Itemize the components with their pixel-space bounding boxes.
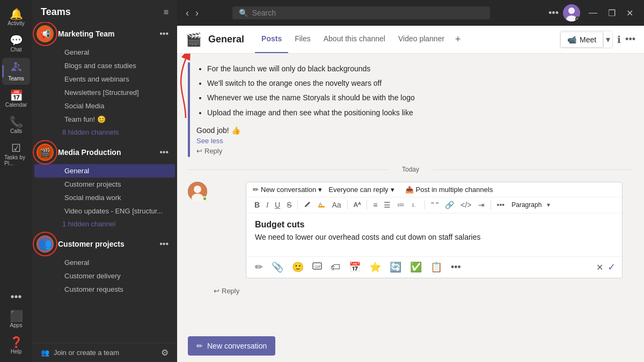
- sidebar-footer: 👥 Join or create a team ⚙: [32, 343, 177, 362]
- channel-social-media-work[interactable]: Social media work: [34, 191, 175, 204]
- channel-newsletters[interactable]: Newsletters [Structured]: [34, 86, 175, 99]
- nav-item-apps[interactable]: ⬛ Apps: [2, 307, 30, 331]
- close-button[interactable]: ✕: [622, 6, 638, 20]
- tab-video-planner[interactable]: Video planner: [392, 27, 451, 53]
- channel-customer-general[interactable]: General: [34, 256, 175, 269]
- add-tab-icon[interactable]: +: [451, 26, 465, 53]
- strikethrough-button[interactable]: S: [285, 200, 293, 210]
- forms-btn[interactable]: 📋: [428, 260, 444, 274]
- color-btn[interactable]: A: [316, 200, 327, 211]
- font-color-btn[interactable]: Aᴬ: [352, 200, 363, 210]
- see-less-link[interactable]: See less: [196, 137, 415, 145]
- channel-events[interactable]: Events and webinars: [34, 72, 175, 86]
- attach-btn[interactable]: 📎: [269, 260, 286, 274]
- underline-button[interactable]: U: [273, 200, 282, 210]
- code-btn[interactable]: </>: [459, 200, 473, 210]
- nav-item-tasks[interactable]: ☑ Tasks by Pl...: [2, 139, 30, 169]
- back-arrow[interactable]: ‹: [184, 5, 191, 21]
- italic-button[interactable]: I: [265, 200, 270, 210]
- topbar-more-icon[interactable]: •••: [548, 8, 559, 19]
- tab-posts[interactable]: Posts: [255, 27, 288, 53]
- channel-customer-requests[interactable]: Customer requests: [34, 283, 175, 296]
- team-header-marketing[interactable]: 📢 Marketing Team •••: [32, 22, 177, 46]
- nav-label-calendar: Calendar: [5, 102, 27, 108]
- chat-area: For the launch we will only do black bac…: [177, 54, 644, 362]
- team-more-media[interactable]: •••: [159, 147, 169, 157]
- media-hidden-channels[interactable]: 1 hidden channel: [32, 218, 177, 230]
- team-more-customer[interactable]: •••: [159, 239, 169, 249]
- join-team-button[interactable]: 👥 Join or create a team: [41, 349, 119, 357]
- sidebar-filter-icon[interactable]: ≡: [164, 8, 169, 17]
- gif-btn[interactable]: GIF: [310, 260, 324, 275]
- reply-link-new[interactable]: ↩ Reply: [214, 285, 633, 297]
- meet-button[interactable]: 📹 Meet: [560, 32, 603, 48]
- nav-item-chat[interactable]: 💬 Chat: [2, 32, 30, 56]
- maximize-button[interactable]: ❒: [604, 6, 620, 20]
- meet-dropdown[interactable]: ▾: [603, 31, 612, 48]
- compose-cancel-button[interactable]: ✕: [596, 262, 603, 272]
- compose-body[interactable]: Budget cuts We need to lower our overhea…: [246, 213, 622, 256]
- search-input[interactable]: [252, 9, 484, 17]
- nav-item-more[interactable]: •••: [2, 288, 30, 305]
- nav-item-teams[interactable]: Teams: [2, 58, 30, 85]
- numbered-list-btn[interactable]: ≔: [396, 200, 406, 210]
- forward-arrow[interactable]: ›: [193, 5, 201, 21]
- ordered-list-btn[interactable]: 1.: [409, 200, 420, 211]
- channel-customer-delivery[interactable]: Customer delivery: [34, 269, 175, 283]
- loop-btn[interactable]: 🔄: [387, 260, 404, 274]
- meet-compose-btn[interactable]: 📅: [347, 260, 363, 274]
- channel-team-fun[interactable]: Team fun! 😊: [34, 113, 175, 126]
- font-size-btn[interactable]: Aa: [330, 200, 342, 210]
- indent-btn[interactable]: ⇥: [477, 200, 486, 210]
- channel-video-updates[interactable]: Video updates - ENG [structur...: [34, 204, 175, 218]
- highlight-btn[interactable]: [302, 200, 313, 211]
- nav-item-calendar[interactable]: 📅 Calendar: [2, 87, 30, 111]
- quote-btn[interactable]: " ": [429, 200, 440, 210]
- channel-customer-projects[interactable]: Customer projects: [34, 178, 175, 191]
- channel-blogs[interactable]: Blogs and case studies: [34, 59, 175, 72]
- marketing-hidden-channels[interactable]: 8 hidden channels: [32, 126, 177, 138]
- tasks-btn[interactable]: ✅: [408, 260, 424, 274]
- left-align-btn[interactable]: ≡: [371, 200, 379, 210]
- more-compose-btn[interactable]: •••: [449, 261, 463, 274]
- toolbar-more-btn[interactable]: •••: [495, 200, 507, 210]
- post-multi-channels[interactable]: 📤 Post in multiple channels: [405, 186, 493, 194]
- user-avatar[interactable]: [563, 4, 580, 21]
- channel-more-icon[interactable]: •••: [625, 34, 635, 46]
- compose-text[interactable]: We need to lower our overhead costs and …: [255, 233, 613, 241]
- reply-link-old[interactable]: ↩ Reply: [196, 145, 415, 157]
- paragraph-select[interactable]: Paragraph: [509, 200, 544, 210]
- team-more-marketing[interactable]: •••: [159, 29, 169, 39]
- nav-item-activity[interactable]: 🔔 Activity: [2, 5, 30, 29]
- nav-item-calls[interactable]: 📞 Calls: [2, 113, 30, 137]
- sticker-btn[interactable]: 🏷: [328, 261, 342, 274]
- minimize-button[interactable]: —: [584, 6, 602, 20]
- emoji-btn[interactable]: 🙂: [290, 260, 306, 274]
- everyone-reply-dropdown[interactable]: Everyone can reply ▾: [328, 186, 394, 194]
- para-dropdown-icon[interactable]: ▾: [547, 201, 550, 209]
- compose-send-button[interactable]: ✓: [608, 261, 616, 273]
- settings-icon[interactable]: ⚙: [161, 348, 169, 358]
- channel-media-general[interactable]: General: [34, 164, 175, 178]
- new-conversation-dropdown[interactable]: ✏ New conversation ▾: [253, 186, 322, 194]
- new-conversation-button[interactable]: ✏ New conversation: [188, 336, 275, 356]
- channel-social-media[interactable]: Social Media: [34, 99, 175, 113]
- link-btn[interactable]: 🔗: [443, 200, 456, 210]
- nav-item-help[interactable]: ❓ Help: [2, 334, 30, 358]
- praise-btn[interactable]: ⭐: [367, 260, 383, 274]
- info-icon[interactable]: ℹ: [617, 34, 621, 46]
- tab-about[interactable]: About this channel: [317, 27, 392, 53]
- bold-button[interactable]: B: [253, 200, 261, 210]
- compose-header: ✏ New conversation ▾ Everyone can reply …: [246, 182, 622, 197]
- format-btn[interactable]: ✏: [253, 260, 265, 274]
- good-job-text: Good job! 👍: [196, 126, 415, 135]
- bullet-list-btn[interactable]: ☰: [382, 200, 392, 210]
- online-indicator: [575, 17, 580, 21]
- channel-marketing-general[interactable]: General: [34, 46, 175, 59]
- team-header-customer[interactable]: 👥 Customer projects •••: [32, 232, 177, 256]
- join-team-label: Join or create a team: [54, 349, 119, 357]
- team-header-media[interactable]: 🎬 Media Production •••: [32, 141, 177, 164]
- tab-files[interactable]: Files: [288, 27, 317, 53]
- edit-icon: ✏: [253, 186, 259, 194]
- date-divider: Today: [188, 166, 633, 173]
